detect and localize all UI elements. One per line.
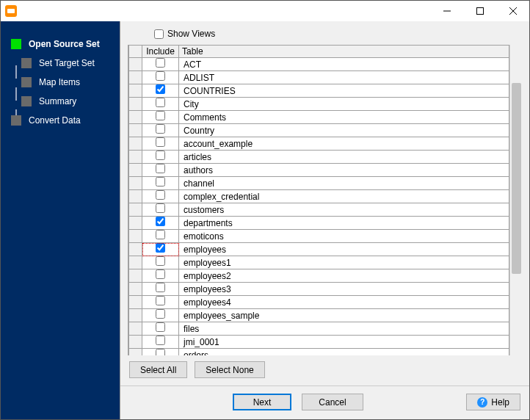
include-checkbox[interactable] [156, 269, 165, 279]
include-cell[interactable] [142, 151, 179, 164]
tables-table: Include Table ACTADLISTCOUNTRIESCityComm… [128, 45, 509, 355]
row-header [129, 203, 142, 217]
select-none-button[interactable]: Select None [195, 361, 264, 378]
wizard-step[interactable]: Convert Data [1, 111, 120, 130]
table-row[interactable]: jmi_0001 [129, 336, 509, 349]
include-cell[interactable] [142, 336, 179, 349]
wizard-step[interactable]: Open Source Set [1, 35, 120, 54]
select-all-button[interactable]: Select All [129, 361, 187, 378]
close-button[interactable] [496, 1, 529, 21]
help-button[interactable]: ? Help [466, 394, 520, 410]
include-checkbox[interactable] [156, 84, 165, 94]
table-row[interactable]: employees [129, 243, 509, 256]
table-row[interactable]: employees3 [129, 283, 509, 296]
table-row[interactable]: employees_sample [129, 309, 509, 322]
table-row[interactable]: ADLIST [129, 71, 509, 84]
include-checkbox[interactable] [156, 151, 165, 160]
scrollbar-thumb[interactable] [512, 83, 521, 274]
include-cell[interactable] [142, 124, 179, 137]
include-checkbox[interactable] [156, 98, 165, 107]
wizard-step[interactable]: Set Target Set [1, 54, 120, 73]
include-checkbox[interactable] [156, 230, 165, 239]
table-row[interactable]: channel [129, 177, 509, 190]
row-header [129, 230, 142, 243]
include-checkbox[interactable] [156, 256, 165, 266]
table-row[interactable]: Country [129, 124, 509, 137]
step-label: Summary [39, 96, 76, 106]
show-views-checkbox[interactable] [154, 29, 164, 39]
maximize-button[interactable] [463, 1, 496, 21]
include-checkbox[interactable] [156, 217, 165, 226]
table-row[interactable]: files [129, 322, 509, 336]
include-checkbox[interactable] [156, 58, 165, 68]
include-cell[interactable] [142, 71, 179, 84]
vertical-scrollbar[interactable] [509, 45, 522, 355]
include-cell[interactable] [142, 164, 179, 177]
minimize-button[interactable] [430, 1, 463, 21]
include-checkbox[interactable] [156, 309, 165, 319]
table-row[interactable]: emoticons [129, 230, 509, 243]
include-checkbox[interactable] [156, 322, 165, 332]
column-table[interactable]: Table [179, 46, 509, 58]
include-cell[interactable] [142, 230, 179, 243]
cancel-button[interactable]: Cancel [302, 394, 363, 410]
table-row[interactable]: authors [129, 164, 509, 177]
include-cell[interactable] [142, 217, 179, 230]
include-checkbox[interactable] [156, 243, 165, 253]
include-cell[interactable] [142, 296, 179, 309]
include-checkbox[interactable] [156, 283, 165, 292]
wizard-step[interactable]: Map Items [1, 73, 120, 92]
table-row[interactable]: employees2 [129, 269, 509, 283]
table-row[interactable]: account_example [129, 137, 509, 151]
step-label: Map Items [39, 77, 80, 87]
table-row[interactable]: employees4 [129, 296, 509, 309]
table-row[interactable]: orders [129, 349, 509, 356]
include-cell[interactable] [142, 269, 179, 283]
table-row[interactable]: COUNTRIES [129, 84, 509, 98]
table-name-cell: employees [179, 243, 509, 256]
include-cell[interactable] [142, 111, 179, 124]
include-cell[interactable] [142, 137, 179, 151]
include-checkbox[interactable] [156, 203, 165, 213]
include-checkbox[interactable] [156, 190, 165, 200]
include-cell[interactable] [142, 349, 179, 356]
include-checkbox[interactable] [156, 349, 165, 355]
wizard-step[interactable]: Summary [1, 92, 120, 111]
include-checkbox[interactable] [156, 124, 165, 134]
include-checkbox[interactable] [156, 71, 165, 81]
include-cell[interactable] [142, 283, 179, 296]
table-name-cell: authors [179, 164, 509, 177]
table-row[interactable]: complex_credential [129, 190, 509, 203]
show-views-label: Show Views [167, 29, 215, 39]
table-row[interactable]: articles [129, 151, 509, 164]
include-cell[interactable] [142, 243, 179, 256]
step-label: Set Target Set [39, 58, 95, 68]
next-button[interactable]: Next [233, 394, 292, 410]
step-label: Convert Data [29, 115, 81, 126]
table-row[interactable]: departments [129, 217, 509, 230]
step-label: Open Source Set [29, 39, 100, 49]
include-cell[interactable] [142, 256, 179, 269]
table-row[interactable]: ACT [129, 58, 509, 71]
table-name-cell: files [179, 322, 509, 336]
column-include[interactable]: Include [142, 46, 179, 58]
include-checkbox[interactable] [156, 336, 165, 345]
include-checkbox[interactable] [156, 164, 165, 173]
include-cell[interactable] [142, 190, 179, 203]
include-checkbox[interactable] [156, 111, 165, 120]
include-cell[interactable] [142, 58, 179, 71]
table-row[interactable]: employees1 [129, 256, 509, 269]
table-row[interactable]: City [129, 98, 509, 111]
include-cell[interactable] [142, 322, 179, 336]
table-row[interactable]: customers [129, 203, 509, 217]
include-cell[interactable] [142, 98, 179, 111]
include-checkbox[interactable] [156, 177, 165, 187]
include-cell[interactable] [142, 177, 179, 190]
include-cell[interactable] [142, 309, 179, 322]
include-cell[interactable] [142, 84, 179, 98]
step-icon [11, 39, 21, 49]
include-checkbox[interactable] [156, 137, 165, 147]
include-checkbox[interactable] [156, 296, 165, 305]
table-row[interactable]: Comments [129, 111, 509, 124]
include-cell[interactable] [142, 203, 179, 217]
